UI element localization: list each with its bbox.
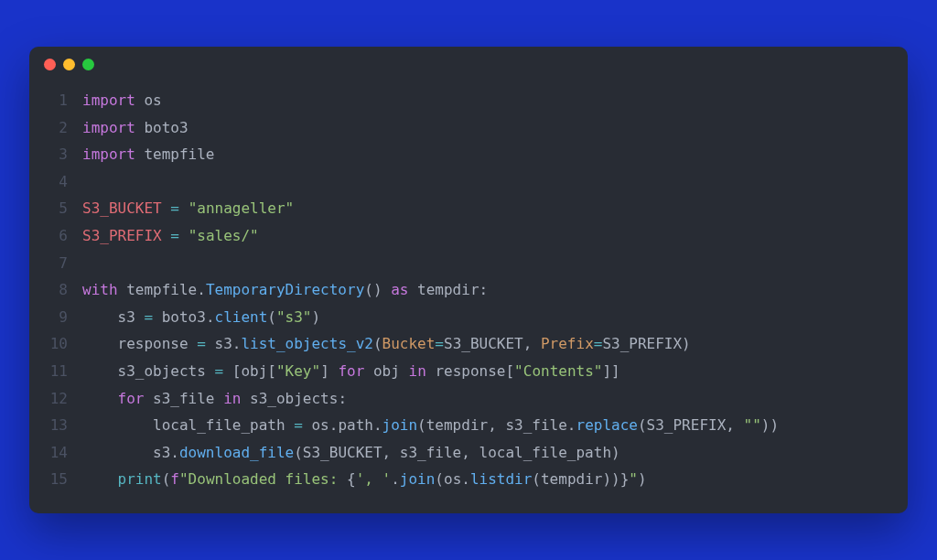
code-line: 12 for s3_file in s3_objects: <box>29 385 908 413</box>
token-plain <box>162 199 171 217</box>
token-plain <box>329 362 339 380</box>
token-plain: S3_BUCKET <box>444 335 523 352</box>
token-kw: with <box>82 281 118 298</box>
zoom-icon[interactable] <box>82 59 94 70</box>
token-str: "s3" <box>276 308 312 326</box>
line-number: 1 <box>29 87 82 114</box>
token-str: "Contents" <box>514 362 602 380</box>
token-str: "sales/" <box>188 227 259 244</box>
token-plain: response <box>118 335 198 352</box>
token-plain: S3_BUCKET <box>303 444 382 461</box>
token-op: = <box>294 416 303 434</box>
token-punc: . <box>329 416 339 434</box>
token-op: = <box>197 335 206 352</box>
line-number: 6 <box>29 222 82 250</box>
token-punc: : <box>338 390 347 407</box>
line-number: 3 <box>29 141 82 168</box>
token-punc: . <box>232 335 242 352</box>
token-op: = <box>435 335 444 352</box>
token-punc: . <box>391 470 400 488</box>
token-punc: { <box>347 470 356 488</box>
token-plain: s3 <box>118 308 145 326</box>
code-line: 6S3_PREFIX = "sales/" <box>29 222 908 250</box>
token-plain: s3_objects <box>241 390 338 407</box>
token-plain <box>223 362 232 380</box>
token-plain: tempdir <box>426 416 488 434</box>
token-str: ', ' <box>356 470 392 488</box>
token-punc: . <box>206 308 215 326</box>
code-content: S3_BUCKET = "annageller" <box>82 195 294 222</box>
code-line: 7 <box>29 250 908 277</box>
token-plain: local_file_path <box>153 416 294 434</box>
line-number: 4 <box>29 168 82 196</box>
token-plain: s3_file <box>400 444 461 461</box>
token-kw: for <box>338 362 364 380</box>
line-number: 7 <box>29 250 82 277</box>
code-content: print(f"Downloaded files: {', '.join(os.… <box>82 466 647 493</box>
token-punc: ]] <box>602 362 619 380</box>
token-fn: listdir <box>470 470 532 488</box>
token-kw: as <box>391 281 408 298</box>
token-mod: os <box>144 92 161 109</box>
code-content: import os <box>82 87 162 114</box>
token-kw: for <box>118 390 145 407</box>
token-kw: import <box>82 145 135 163</box>
token-fn: download_file <box>179 444 294 461</box>
token-var: S3_PREFIX <box>82 227 162 244</box>
line-number: 15 <box>29 466 82 493</box>
code-window: 1import os2import boto33import tempfile4… <box>29 47 908 513</box>
line-number: 14 <box>29 439 82 467</box>
token-plain: s3_objects <box>118 362 215 380</box>
token-kw: import <box>82 92 135 109</box>
code-content: local_file_path = os.path.join(tempdir, … <box>82 412 779 439</box>
token-plain: s3_file <box>144 390 223 407</box>
window-titlebar <box>29 47 908 81</box>
code-line: 2import boto3 <box>29 114 908 142</box>
minimize-icon[interactable] <box>63 59 75 70</box>
token-plain: s3_file <box>505 416 566 434</box>
token-fn: replace <box>576 416 638 434</box>
token-plain <box>382 281 392 298</box>
token-punc: , <box>488 416 505 434</box>
token-punc: [ <box>232 362 242 380</box>
token-plain <box>82 416 153 434</box>
token-kw: in <box>223 390 241 407</box>
token-mod: boto3 <box>144 119 188 136</box>
token-plain <box>179 199 188 217</box>
token-plain <box>179 227 188 244</box>
token-punc: . <box>197 281 206 298</box>
token-fn: client <box>215 308 268 326</box>
token-punc: , <box>523 335 541 352</box>
token-op: = <box>170 199 179 217</box>
token-punc: () <box>364 281 382 298</box>
token-mod: tempfile <box>144 145 214 163</box>
token-plain <box>135 145 145 163</box>
token-punc: ( <box>532 470 541 488</box>
token-punc: ) <box>682 335 691 352</box>
token-str: "annageller" <box>188 199 295 217</box>
token-fn: join <box>400 470 436 488</box>
token-var: S3_BUCKET <box>82 199 162 217</box>
token-punc: ( <box>294 444 303 461</box>
code-content: S3_PREFIX = "sales/" <box>82 222 259 250</box>
token-plain: s3 <box>206 335 232 352</box>
code-line: 11 s3_objects = [obj["Key"] for obj in r… <box>29 358 908 385</box>
token-punc: . <box>567 416 576 434</box>
token-str: " <box>629 470 638 488</box>
token-plain: os <box>303 416 329 434</box>
line-number: 10 <box>29 330 82 358</box>
token-punc: . <box>373 416 382 434</box>
token-punc: , <box>382 444 400 461</box>
token-plain: tempfile <box>126 281 197 298</box>
code-editor[interactable]: 1import os2import boto33import tempfile4… <box>29 81 908 513</box>
token-plain <box>135 119 145 136</box>
token-punc: ( <box>638 416 647 434</box>
line-number: 5 <box>29 195 82 222</box>
token-kw: f <box>170 470 179 488</box>
token-plain <box>82 390 118 407</box>
close-icon[interactable] <box>44 59 56 70</box>
token-plain: path <box>338 416 373 434</box>
token-op: = <box>170 227 179 244</box>
token-punc: ( <box>417 416 426 434</box>
token-punc: : <box>479 281 489 298</box>
